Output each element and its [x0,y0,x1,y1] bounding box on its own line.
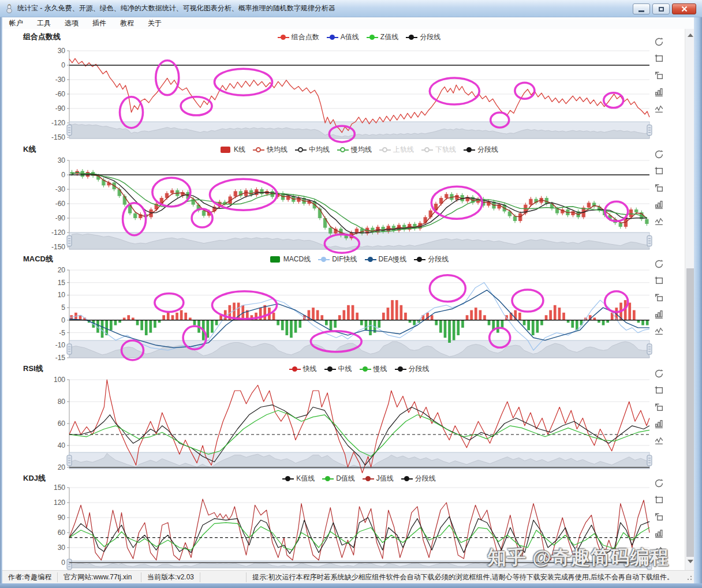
chart-plot-kline: 300-30-60-90-120-150 [51,158,654,251]
title-bar[interactable]: 统计宝 - 永久免费、开源、绿色、纯净的大数据统计、可视化图表分析、概率推理的随… [0,0,702,17]
legend-marker-icon [414,256,425,263]
legend-marker-icon [379,147,391,153]
menu-item-options[interactable]: 选项 [58,17,85,29]
status-website[interactable]: 官方网站:www.77tj.xin [58,572,141,582]
restore-zoom-icon[interactable] [654,70,664,80]
status-author: 作者:奇趣编程 [2,572,58,582]
y-tick-label: -60 [55,200,66,208]
menu-item-about[interactable]: 关于 [141,17,169,29]
y-tick-label: 40 [58,441,66,450]
annotation-ellipse [123,203,146,235]
legend-marker-icon [327,34,338,40]
legend-item-分段线[interactable]: 分段线 [406,32,440,42]
series-line-K值线 [69,516,649,553]
chart-title-kline: K线 [23,144,121,155]
bar-view-icon[interactable] [654,529,664,538]
legend-item-DEA慢线[interactable]: DEA慢线 [365,254,407,264]
legend-item-DIF快线[interactable]: DIF快线 [318,254,357,264]
legend-item-下轨线[interactable]: 下轨线 [421,145,456,155]
legend-item-D值线[interactable]: D值线 [322,474,355,484]
status-spacer [200,572,247,582]
refresh-icon[interactable] [654,478,664,488]
minimize-icon [638,10,644,12]
restore-zoom-icon[interactable] [654,402,664,412]
y-tick-label: -30 [55,76,66,84]
scroll-up-icon[interactable] [688,33,693,37]
y-tick-label: -5 [59,329,65,337]
legend-item-快均线[interactable]: 快均线 [253,145,287,155]
scroll-down-icon[interactable] [688,560,693,563]
line-view-icon[interactable] [654,545,664,555]
legend-label: 中均线 [309,145,330,155]
refresh-icon[interactable] [654,369,664,379]
bar-view-icon[interactable] [654,200,664,209]
legend-item-K值线[interactable]: K值线 [282,474,315,484]
menu-item-tutorial[interactable]: 教程 [113,17,141,29]
zoom-select-icon[interactable] [654,495,664,505]
legend-macd: MACD线DIF快线DEA慢线分段线 [121,254,597,264]
zoom-select-icon[interactable] [654,385,664,395]
series-line-J值线 [69,499,649,560]
app-window: 统计宝 - 永久免费、开源、绿色、纯净的大数据统计、可视化图表分析、概率推理的随… [0,0,702,588]
minimize-button[interactable] [633,3,650,14]
bar-view-icon[interactable] [654,309,664,319]
legend-item-Z值线[interactable]: Z值线 [367,32,398,42]
refresh-icon[interactable] [654,259,664,269]
bar-view-icon[interactable] [654,87,664,97]
legend-label: 分段线 [428,254,449,264]
close-button[interactable] [672,3,696,14]
series-line-D值线 [69,523,649,550]
zoom-select-icon[interactable] [654,54,664,63]
legend-item-分段线[interactable]: 分段线 [464,145,498,155]
line-view-icon[interactable] [654,436,664,445]
legend-item-慢线[interactable]: 慢线 [360,364,387,374]
charts-area: 知乎 @奇趣简码编程 组合点数线组合点数A值线Z值线分段线300-30-60-9… [2,29,694,570]
legend-item-J值线[interactable]: J值线 [363,474,394,484]
refresh-icon[interactable] [654,149,664,159]
legend-item-分段线[interactable]: 分段线 [401,474,436,484]
line-view-icon[interactable] [654,104,664,114]
legend-label: 慢均线 [351,145,372,155]
legend-item-K线[interactable]: K线 [220,145,245,155]
legend-marker-icon [318,256,330,263]
chart-panel-macd: MACD线MACD线DIF快线DEA慢线分段线20151050-5-10-15 [2,251,684,361]
vertical-scrollbar[interactable] [685,29,694,570]
zoom-select-icon[interactable] [654,276,664,286]
legend-marker-icon [464,147,475,153]
maximize-button[interactable] [652,3,670,14]
restore-zoom-icon[interactable] [654,183,664,193]
legend-item-中线[interactable]: 中线 [324,364,352,374]
menu-item-plugins[interactable]: 插件 [85,17,113,29]
resize-grip-icon[interactable] [685,573,693,581]
legend-item-上轨线[interactable]: 上轨线 [379,145,414,155]
restore-zoom-icon[interactable] [654,512,664,522]
zoom-select-icon[interactable] [654,166,664,176]
y-tick-label: 80 [58,398,66,406]
y-tick-label: 20 [58,266,66,274]
legend-item-分段线[interactable]: 分段线 [414,254,449,264]
bar-view-icon[interactable] [654,419,664,429]
line-view-icon[interactable] [654,326,664,336]
chart-panel-combo: 组合点数线组合点数A值线Z值线分段线300-30-60-90-120-150 [2,29,684,141]
legend-marker-icon [322,475,334,482]
legend-label: 分段线 [477,145,498,155]
y-tick-label: 0 [61,316,65,324]
legend-marker-icon [337,147,349,153]
legend-item-慢均线[interactable]: 慢均线 [337,145,372,155]
scrollbar-thumb[interactable] [686,268,694,557]
legend-item-分段线[interactable]: 分段线 [395,364,430,374]
legend-item-中均线[interactable]: 中均线 [295,145,330,155]
line-view-icon[interactable] [654,216,664,226]
legend-item-MACD线[interactable]: MACD线 [270,254,311,264]
legend-item-组合点数[interactable]: 组合点数 [278,32,319,42]
restore-zoom-icon[interactable] [654,293,664,302]
menu-item-account[interactable]: 帐户 [2,17,30,29]
y-tick-label: -30 [55,185,66,193]
y-tick-label: 0 [61,559,65,567]
chart-header-macd: MACD线MACD线DIF快线DEA慢线分段线 [2,251,684,267]
y-tick-label: 120 [54,499,65,507]
legend-item-A值线[interactable]: A值线 [327,32,359,42]
legend-item-快线[interactable]: 快线 [289,364,317,374]
refresh-icon[interactable] [654,37,664,47]
menu-item-tools[interactable]: 工具 [30,17,58,29]
